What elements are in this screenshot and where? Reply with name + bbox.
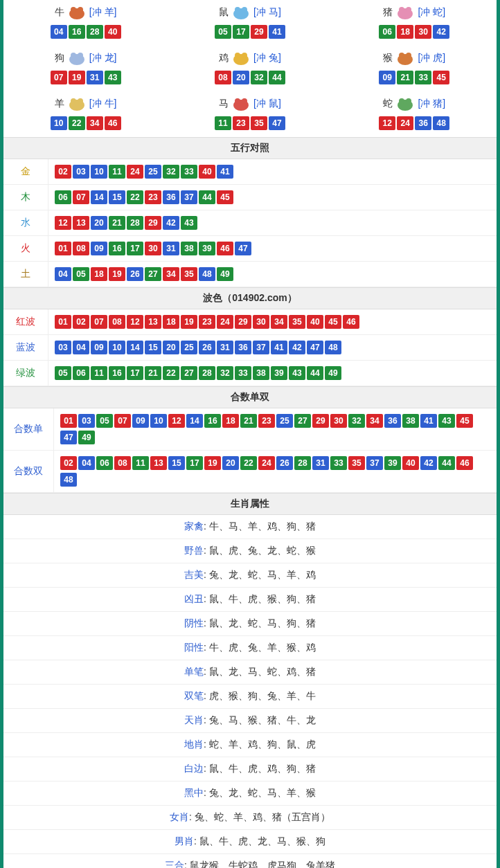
number-badge: 07 [91,315,107,329]
svg-point-23 [242,98,247,104]
number-badge: 19 [109,267,125,281]
table-row: 红波0102070812131819232429303435404546 [3,309,497,335]
bose-header: 波色（014902.com） [3,287,497,309]
number-badge: 35 [181,267,197,281]
zodiac-icon [394,96,416,112]
number-badge: 19 [69,71,85,84]
svg-point-17 [406,53,411,58]
number-badge: 48 [199,267,215,281]
zodiac-name: 狗 [55,52,64,64]
number-badge: 04 [73,341,89,354]
number-badge: 27 [145,267,161,281]
svg-point-16 [399,53,404,58]
number-badge: 04 [55,267,71,281]
zodiac-name: 牛 [55,6,64,19]
number-badge: 43 [289,366,305,380]
number-badge: 31 [163,242,179,255]
number-badge: 17 [127,242,143,255]
number-badge: 44 [269,71,285,84]
attr-value: 蛇、羊、鸡、狗、鼠、虎 [209,739,316,750]
number-badge: 28 [294,456,311,470]
attr-value: 鼠龙猴、牛蛇鸡、虎马狗、兔羊猪 [190,860,335,868]
attr-row: 阳性: 牛、虎、兔、羊、猴、鸡 [3,636,497,660]
row-label: 红波 [3,309,48,335]
number-badge: 16 [69,25,85,39]
number-badge: 34 [163,267,179,281]
attr-sep: : [204,521,209,532]
number-badge: 33 [235,366,251,380]
number-badge: 09 [379,71,395,84]
number-badge: 47 [60,431,77,444]
number-badge: 40 [199,165,215,179]
number-badge: 22 [127,190,143,204]
number-badge: 09 [132,414,149,428]
number-badge: 43 [105,71,121,84]
number-badge: 02 [73,315,89,329]
number-badge: 43 [181,216,197,230]
attr-sep: : [204,545,209,556]
number-badge: 08 [109,315,125,329]
number-badge: 04 [51,25,67,39]
zodiac-icon [230,50,252,66]
zodiac-numbers: 08203244 [168,69,332,86]
zodiac-icon [394,50,416,66]
number-badge: 24 [258,456,275,470]
number-badge: 07 [73,190,89,204]
attr-sep: : [189,811,195,822]
number-badge: 01 [60,414,77,428]
number-badge: 41 [271,341,287,354]
attr-sep: : [204,690,209,701]
number-badge: 10 [150,414,167,428]
table-row: 火0108091617303138394647 [3,236,497,262]
zodiac-conflict: [冲 羊] [89,6,117,19]
number-badge: 49 [325,366,341,380]
number-badge: 21 [397,71,413,84]
attr-sep: : [204,569,209,580]
number-badge: 25 [276,414,293,428]
attr-key: 地肖 [184,739,204,750]
attr-key: 女肖 [170,811,189,822]
zodiac-icon [66,50,88,66]
table-row: 土04051819262734354849 [3,262,497,287]
zodiac-conflict: [冲 牛] [89,98,117,110]
svg-point-25 [399,98,404,104]
table-row: 木06071415222336374445 [3,185,497,210]
zodiac-icon [230,4,252,21]
zodiac-numbers: 05172941 [168,24,332,40]
number-badge: 49 [78,431,95,444]
number-badge: 26 [127,267,143,281]
attr-row: 家禽: 牛、马、羊、鸡、狗、猪 [3,515,497,539]
attr-row: 男肖: 鼠、牛、虎、龙、马、猴、狗 [3,830,497,854]
svg-point-11 [78,53,83,58]
zodiac-name: 猪 [383,6,393,19]
number-badge: 47 [307,341,323,354]
row-numbers: 0102070812131819232429303435404546 [48,309,497,335]
attr-value: 鼠、牛、虎、鸡、狗、猪 [209,763,316,774]
number-badge: 08 [73,242,89,255]
attr-sep: : [204,739,209,750]
number-badge: 08 [114,456,131,470]
number-badge: 30 [253,315,269,329]
attr-row: 地肖: 蛇、羊、鸡、狗、鼠、虎 [3,733,497,757]
number-badge: 27 [181,366,197,380]
attr-value: 牛、虎、兔、羊、猴、鸡 [209,642,316,653]
row-label: 木 [3,185,48,210]
zodiac-name: 鸡 [219,52,229,64]
number-badge: 23 [199,315,215,329]
attr-row: 凶丑: 鼠、牛、虎、猴、狗、猪 [3,588,497,612]
number-badge: 22 [240,456,257,470]
number-badge: 46 [456,456,473,470]
number-badge: 25 [181,341,197,354]
number-badge: 48 [325,341,341,354]
number-badge: 12 [55,216,71,230]
number-badge: 31 [312,456,329,470]
zodiac-name: 蛇 [383,98,393,110]
number-badge: 44 [307,366,323,380]
attr-key: 三合 [165,860,184,868]
number-badge: 23 [258,414,275,428]
number-badge: 35 [251,116,267,130]
number-badge: 11 [215,116,231,130]
number-badge: 33 [181,165,197,179]
svg-point-1 [71,7,76,12]
svg-point-26 [406,98,411,104]
